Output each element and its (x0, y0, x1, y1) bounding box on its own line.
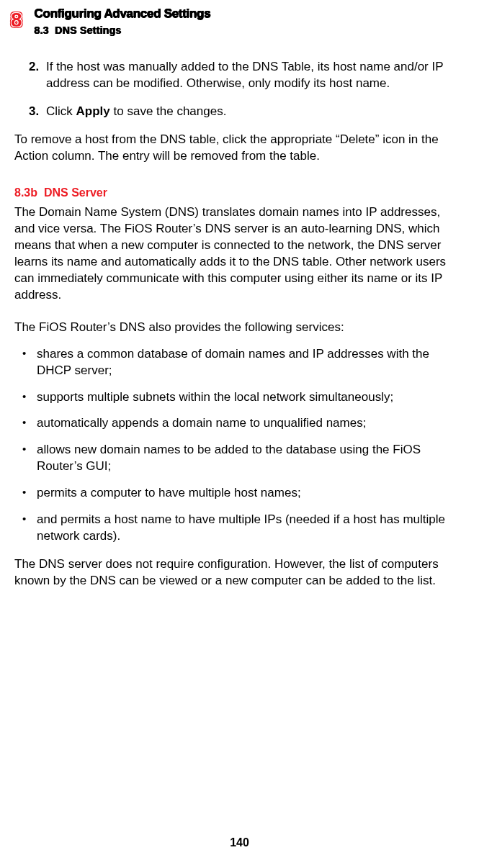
step-suffix: to save the changes. (110, 104, 227, 118)
bullet-text: shares a common database of domain names… (37, 346, 459, 379)
step-number: 3. (29, 104, 46, 120)
list-item: • supports multiple subnets within the l… (22, 389, 459, 406)
list-item: • automatically appends a domain name to… (22, 415, 459, 432)
list-item: • permits a computer to have multiple ho… (22, 485, 459, 502)
remove-paragraph: To remove a host from the DNS table, cli… (14, 132, 459, 165)
dns-services-intro: The FiOS Router’s DNS also provides the … (14, 320, 459, 336)
page-header: 8 Configuring Advanced Settings 8.3 DNS … (0, 0, 479, 37)
bullet-text: allows new domain names to be added to t… (37, 442, 459, 475)
bullet-icon: • (22, 389, 37, 406)
bullet-text: and permits a host name to have multiple… (37, 512, 459, 545)
bullet-text: supports multiple subnets within the loc… (37, 389, 459, 406)
bullet-icon: • (22, 512, 37, 545)
bullet-icon: • (22, 346, 37, 379)
subsection-number: 8.3b (14, 186, 37, 199)
bullet-list: • shares a common database of domain nam… (22, 346, 459, 545)
step-number: 2. (29, 59, 46, 92)
page-number: 140 (0, 835, 479, 851)
bullet-icon: • (22, 442, 37, 475)
step-prefix: Click (46, 104, 76, 118)
bullet-text: automatically appends a domain name to u… (37, 415, 459, 432)
subsection-title: DNS Server (44, 186, 107, 199)
page-content: 2. If the host was manually added to the… (0, 37, 479, 589)
step-text: If the host was manually added to the DN… (46, 59, 459, 92)
list-item: • allows new domain names to be added to… (22, 442, 459, 475)
step-text: Click Apply to save the changes. (46, 104, 459, 120)
apply-label: Apply (76, 104, 110, 118)
header-titles: Configuring Advanced Settings 8.3 DNS Se… (35, 6, 211, 37)
list-item: • shares a common database of domain nam… (22, 346, 459, 379)
bullet-icon: • (22, 485, 37, 502)
step-item: 2. If the host was manually added to the… (29, 59, 459, 92)
dns-intro: The Domain Name System (DNS) translates … (14, 204, 459, 304)
bullet-text: permits a computer to have multiple host… (37, 485, 459, 502)
section-number: 8.3 (35, 24, 49, 36)
chapter-number: 8 (11, 6, 22, 34)
dns-outro: The DNS server does not require configur… (14, 556, 459, 589)
subsection-heading: 8.3b DNS Server (14, 185, 459, 201)
section-name: DNS Settings (55, 24, 121, 36)
step-item: 3. Click Apply to save the changes. (29, 104, 459, 120)
chapter-title: Configuring Advanced Settings (35, 6, 211, 22)
section-title: 8.3 DNS Settings (35, 24, 211, 37)
bullet-icon: • (22, 415, 37, 432)
list-item: • and permits a host name to have multip… (22, 512, 459, 545)
